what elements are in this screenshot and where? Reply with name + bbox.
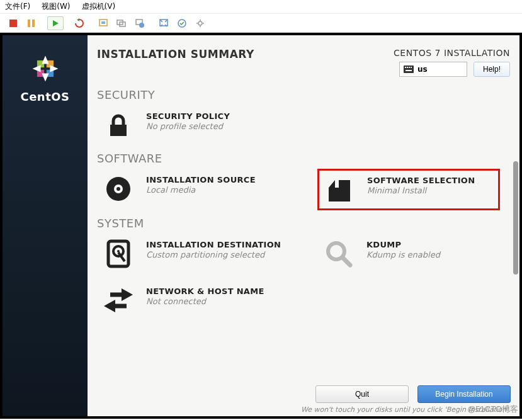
svg-marker-20 bbox=[42, 73, 48, 81]
installer-window: CentOS INSTALLATION SUMMARY CENTOS 7 INS… bbox=[3, 35, 519, 416]
spoke-software-selection[interactable]: SOFTWARE SELECTION Minimal Install bbox=[317, 169, 500, 210]
svg-rect-2 bbox=[32, 20, 35, 27]
footer-hint: We won't touch your disks until you clic… bbox=[96, 406, 511, 414]
watermark: @51CTO博客 bbox=[467, 404, 518, 415]
svg-rect-0 bbox=[9, 20, 17, 27]
svg-marker-18 bbox=[42, 55, 48, 64]
snapshot-revert-icon[interactable] bbox=[132, 16, 148, 30]
host-toolbar bbox=[0, 14, 522, 33]
svg-rect-6 bbox=[101, 21, 105, 24]
package-icon bbox=[322, 174, 357, 205]
spoke-title: SECURITY POLICY bbox=[146, 111, 230, 121]
menu-vm[interactable]: 虚拟机(V) bbox=[82, 1, 116, 12]
spoke-kdump[interactable]: KDUMP Kdump is enabled bbox=[317, 234, 494, 274]
svg-rect-1 bbox=[28, 20, 30, 27]
svg-point-13 bbox=[198, 21, 202, 25]
play-icon[interactable] bbox=[47, 16, 64, 30]
spoke-title: INSTALLATION SOURCE bbox=[146, 175, 256, 184]
spoke-status: No profile selected bbox=[146, 122, 230, 131]
snapshot-icon[interactable] bbox=[95, 16, 111, 30]
svg-rect-25 bbox=[409, 67, 410, 68]
svg-rect-27 bbox=[406, 70, 412, 71]
restart-icon[interactable] bbox=[71, 16, 88, 30]
svg-marker-38 bbox=[122, 288, 133, 301]
svg-marker-39 bbox=[104, 300, 115, 312]
spoke-title: SOFTWARE SELECTION bbox=[367, 176, 475, 185]
svg-rect-22 bbox=[404, 65, 414, 73]
category-security: SECURITY bbox=[97, 88, 510, 101]
pause-icon[interactable] bbox=[23, 16, 40, 30]
stop-icon[interactable] bbox=[5, 16, 21, 30]
spoke-status: Minimal Install bbox=[367, 186, 475, 195]
svg-rect-23 bbox=[405, 67, 406, 68]
footer: Quit Begin Installation We won't touch y… bbox=[88, 380, 519, 416]
spoke-network[interactable]: NETWORK & HOST NAME Not connected bbox=[97, 280, 298, 321]
disc-icon bbox=[101, 174, 136, 204]
scrollbar[interactable] bbox=[513, 161, 518, 275]
brand-name: CentOS bbox=[20, 90, 69, 103]
unity-icon[interactable] bbox=[174, 16, 190, 30]
vm-frame: CentOS INSTALLATION SUMMARY CENTOS 7 INS… bbox=[0, 33, 522, 419]
product-label: CENTOS 7 INSTALLATION bbox=[394, 48, 510, 58]
spoke-installation-destination[interactable]: INSTALLATION DESTINATION Custom partitio… bbox=[97, 234, 298, 274]
svg-rect-32 bbox=[329, 188, 350, 201]
svg-marker-21 bbox=[32, 65, 40, 72]
harddrive-icon bbox=[101, 239, 136, 269]
magnifier-icon bbox=[321, 239, 356, 269]
svg-marker-4 bbox=[77, 18, 79, 21]
help-button[interactable]: Help! bbox=[474, 62, 510, 77]
page-title: INSTALLATION SUMMARY bbox=[97, 48, 254, 60]
svg-rect-24 bbox=[407, 67, 408, 68]
host-menubar: 文件(F) 视图(W) 虚拟机(V) bbox=[0, 0, 522, 14]
centos-logo-icon bbox=[28, 51, 63, 86]
spoke-title: KDUMP bbox=[366, 240, 440, 249]
network-arrows-icon bbox=[101, 285, 136, 315]
fullscreen-icon[interactable] bbox=[156, 16, 172, 30]
spoke-status: Local media bbox=[146, 185, 256, 195]
svg-marker-3 bbox=[53, 20, 59, 26]
spoke-status: Custom partitioning selected bbox=[146, 250, 281, 259]
menu-file[interactable]: 文件(F) bbox=[5, 1, 30, 12]
svg-marker-19 bbox=[50, 65, 58, 72]
spoke-title: NETWORK & HOST NAME bbox=[146, 287, 264, 296]
spoke-status: Not connected bbox=[146, 297, 264, 306]
category-system: SYSTEM bbox=[97, 217, 510, 230]
keyboard-icon bbox=[404, 65, 414, 73]
category-software: SOFTWARE bbox=[97, 152, 510, 165]
svg-rect-33 bbox=[335, 180, 339, 188]
keyboard-layout-value: us bbox=[417, 65, 428, 74]
svg-point-10 bbox=[139, 23, 144, 28]
keyboard-layout-selector[interactable]: us bbox=[399, 62, 467, 77]
spoke-security-policy[interactable]: SECURITY POLICY No profile selected bbox=[97, 105, 298, 145]
svg-point-31 bbox=[116, 187, 120, 191]
spoke-status: Kdump is enabled bbox=[366, 250, 440, 259]
main-content: INSTALLATION SUMMARY CENTOS 7 INSTALLATI… bbox=[88, 35, 519, 416]
settings-icon[interactable] bbox=[192, 16, 208, 30]
snapshot-manage-icon[interactable] bbox=[113, 16, 130, 30]
spoke-title: INSTALLATION DESTINATION bbox=[146, 240, 281, 249]
lock-icon bbox=[101, 110, 136, 140]
spoke-installation-source[interactable]: INSTALLATION SOURCE Local media bbox=[97, 169, 298, 210]
begin-installation-button[interactable]: Begin Installation bbox=[417, 385, 511, 403]
sidebar: CentOS bbox=[3, 35, 88, 416]
quit-button[interactable]: Quit bbox=[315, 385, 409, 403]
svg-rect-28 bbox=[110, 125, 127, 136]
menu-view[interactable]: 视图(W) bbox=[42, 1, 70, 12]
svg-rect-26 bbox=[411, 67, 412, 68]
